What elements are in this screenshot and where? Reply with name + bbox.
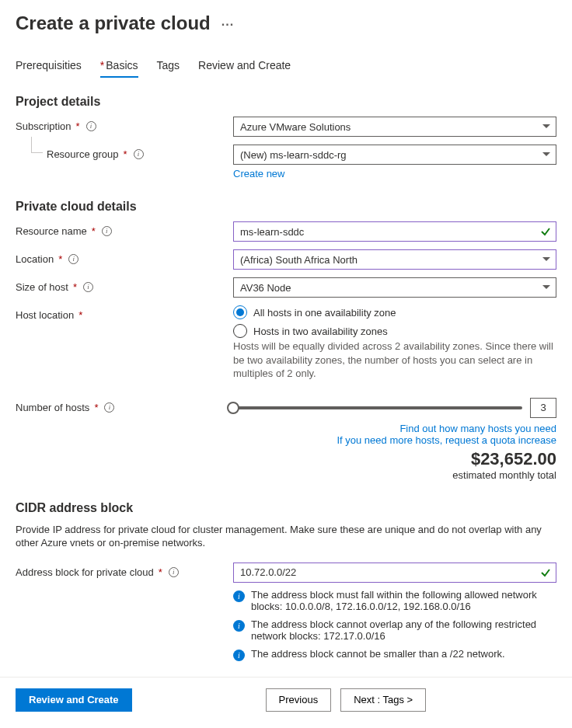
cidr-rule-1: The address block must fall within the f… — [251, 589, 556, 612]
quota-increase-link[interactable]: If you need more hosts, request a quota … — [233, 434, 556, 446]
hosts-slider[interactable] — [233, 406, 522, 409]
location-label: Location* i — [16, 249, 233, 265]
info-icon[interactable]: i — [83, 282, 93, 292]
tab-basics[interactable]: *Basics — [100, 56, 138, 78]
review-and-create-button[interactable]: Review and Create — [16, 688, 132, 712]
hosts-count-input[interactable]: 3 — [530, 398, 556, 418]
host-location-label: Host location* — [16, 305, 233, 321]
radio-two-az-help: Hosts will be equally divided across 2 a… — [233, 340, 556, 381]
resource-group-label: Resource group* i — [16, 145, 233, 160]
cidr-rule-3: The address block cannot be smaller than… — [251, 648, 505, 660]
chevron-down-icon — [542, 283, 551, 292]
radio-two-az[interactable] — [233, 324, 247, 338]
address-block-input[interactable]: 10.72.0.0/22 — [233, 563, 556, 583]
resource-name-input[interactable]: ms-learn-sddc — [233, 221, 556, 242]
section-private-cloud: Private cloud details — [16, 200, 556, 214]
address-block-label: Address block for private cloud* i — [16, 563, 233, 578]
size-of-host-select[interactable]: AV36 Node — [233, 277, 556, 298]
info-icon[interactable]: i — [104, 402, 114, 413]
resource-name-label: Resource name* i — [16, 221, 233, 237]
previous-button[interactable]: Previous — [266, 688, 332, 712]
tabs: Prerequisities *Basics Tags Review and C… — [16, 56, 556, 78]
radio-one-az[interactable] — [233, 305, 247, 319]
info-icon: i — [233, 620, 245, 632]
chevron-down-icon — [542, 255, 551, 264]
cidr-rule-2: The address block cannot overlap any of … — [251, 618, 556, 642]
slider-thumb[interactable] — [227, 402, 239, 414]
tab-tags[interactable]: Tags — [157, 56, 180, 78]
info-icon[interactable]: i — [86, 121, 96, 131]
hosts-help-link[interactable]: Find out how many hosts you need — [233, 423, 556, 434]
tab-review[interactable]: Review and Create — [198, 56, 291, 78]
location-select[interactable]: (Africa) South Africa North — [233, 249, 556, 270]
price-subtitle: estimated monthly total — [233, 469, 556, 481]
number-of-hosts-label: Number of hosts* i — [16, 398, 233, 413]
section-project-details: Project details — [16, 95, 556, 109]
resource-group-select[interactable]: (New) ms-learn-sddc-rg — [233, 145, 556, 165]
info-icon: i — [233, 590, 245, 602]
section-cidr: CIDR address block — [16, 501, 556, 515]
info-icon[interactable]: i — [169, 567, 179, 577]
chevron-down-icon — [542, 122, 551, 131]
radio-one-az-label: All hosts in one availability zone — [253, 307, 396, 319]
info-icon[interactable]: i — [134, 149, 144, 159]
cidr-description: Provide IP address for private cloud for… — [16, 523, 556, 550]
info-icon[interactable]: i — [68, 254, 78, 264]
next-button[interactable]: Next : Tags > — [340, 688, 426, 712]
radio-two-az-label: Hosts in two availability zones — [253, 326, 388, 337]
more-icon[interactable]: ··· — [221, 15, 234, 32]
check-icon — [540, 226, 551, 237]
size-of-host-label: Size of host* i — [16, 277, 233, 293]
chevron-down-icon — [542, 150, 551, 159]
price: $23,652.00 — [233, 449, 556, 469]
subscription-label: Subscription* i — [16, 117, 233, 132]
info-icon[interactable]: i — [102, 226, 112, 236]
page-title: Create a private cloud ··· — [16, 12, 556, 34]
tab-prerequisites[interactable]: Prerequisities — [16, 56, 82, 78]
info-icon: i — [233, 650, 245, 661]
footer: Review and Create Previous Next : Tags > — [0, 677, 572, 712]
check-icon — [540, 567, 551, 578]
subscription-select[interactable]: Azure VMware Solutions — [233, 117, 556, 137]
create-new-link[interactable]: Create new — [233, 168, 284, 179]
